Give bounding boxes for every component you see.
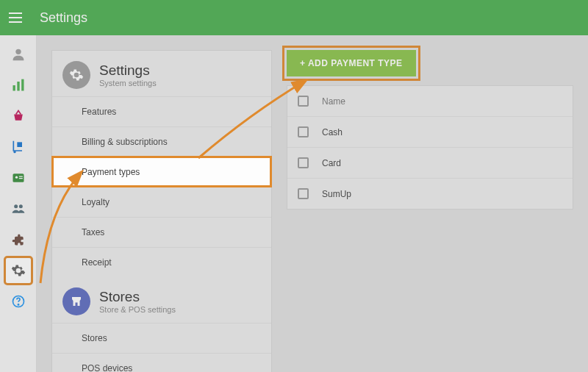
badge-icon — [11, 171, 26, 185]
menu-item-loyalty[interactable]: Loyalty — [52, 187, 271, 217]
chart-icon — [11, 78, 26, 93]
svg-rect-14 — [76, 303, 78, 307]
sidebar-item-customers[interactable] — [5, 196, 32, 222]
section-title: Settings — [99, 62, 157, 79]
content-area: Settings System settings Features Billin… — [37, 35, 588, 372]
sidebar-item-reports[interactable] — [5, 72, 32, 99]
svg-rect-9 — [18, 178, 22, 179]
sidebar-item-items[interactable] — [5, 103, 32, 129]
svg-point-7 — [15, 176, 17, 179]
sidebar — [0, 35, 37, 372]
payment-types-list: Name Cash Card SumUp — [287, 85, 573, 210]
menu-item-taxes[interactable]: Taxes — [52, 217, 271, 247]
gear-icon — [11, 263, 26, 278]
svg-rect-1 — [12, 85, 15, 91]
help-icon — [11, 294, 26, 309]
svg-rect-8 — [18, 176, 22, 177]
svg-rect-2 — [17, 82, 19, 91]
section-header-settings: Settings System settings — [52, 51, 271, 96]
list-header-row: Name — [287, 86, 573, 116]
gear-circle-icon — [62, 61, 90, 89]
menu-item-payment-types[interactable]: Payment types — [52, 157, 271, 187]
list-item[interactable]: Cash — [287, 116, 573, 147]
svg-rect-4 — [17, 142, 22, 147]
sidebar-item-settings[interactable] — [5, 257, 32, 284]
row-checkbox[interactable] — [298, 188, 309, 199]
sidebar-item-integrations[interactable] — [5, 226, 32, 253]
add-payment-type-button[interactable]: + ADD PAYMENT TYPE — [287, 50, 416, 76]
menu-item-stores[interactable]: Stores — [52, 323, 271, 353]
hamburger-icon[interactable] — [9, 9, 26, 26]
svg-point-0 — [15, 49, 21, 54]
section-header-stores: Stores Store & POS settings — [52, 277, 271, 323]
svg-point-11 — [18, 204, 22, 208]
puzzle-icon — [11, 232, 26, 247]
svg-rect-3 — [21, 79, 24, 91]
svg-point-5 — [13, 151, 15, 153]
row-checkbox[interactable] — [298, 157, 309, 168]
user-icon — [10, 46, 26, 62]
sidebar-item-help[interactable] — [5, 288, 32, 315]
section-subtitle: System settings — [99, 79, 157, 87]
row-checkbox[interactable] — [298, 126, 309, 137]
menu-item-receipt[interactable]: Receipt — [52, 247, 271, 277]
handtruck-icon — [11, 140, 26, 154]
topbar: Settings — [0, 0, 588, 35]
settings-menu-panel: Settings System settings Features Billin… — [51, 50, 272, 372]
list-item[interactable]: Card — [287, 147, 573, 178]
people-icon — [11, 201, 26, 216]
list-item[interactable]: SumUp — [287, 178, 573, 209]
sidebar-item-employees[interactable] — [5, 165, 32, 191]
menu-item-features[interactable]: Features — [52, 96, 271, 126]
svg-point-10 — [14, 204, 18, 208]
svg-point-13 — [18, 304, 18, 305]
payment-type-name: SumUp — [322, 189, 351, 199]
menu-item-billing[interactable]: Billing & subscriptions — [52, 126, 271, 157]
menu-item-pos-devices[interactable]: POS devices — [52, 353, 271, 372]
page-title: Settings — [40, 10, 87, 26]
store-circle-icon — [62, 287, 90, 315]
basket-icon — [11, 109, 26, 124]
payment-type-name: Card — [322, 158, 341, 168]
section-subtitle: Store & POS settings — [99, 305, 176, 314]
sidebar-item-inventory[interactable] — [5, 134, 32, 160]
header-name: Name — [322, 96, 345, 107]
section-title: Stores — [99, 289, 176, 305]
payment-types-panel: + ADD PAYMENT TYPE Name Cash Card SumUp — [287, 50, 573, 210]
sidebar-item-profile[interactable] — [5, 41, 32, 68]
select-all-checkbox[interactable] — [298, 96, 309, 107]
payment-type-name: Cash — [322, 127, 343, 137]
